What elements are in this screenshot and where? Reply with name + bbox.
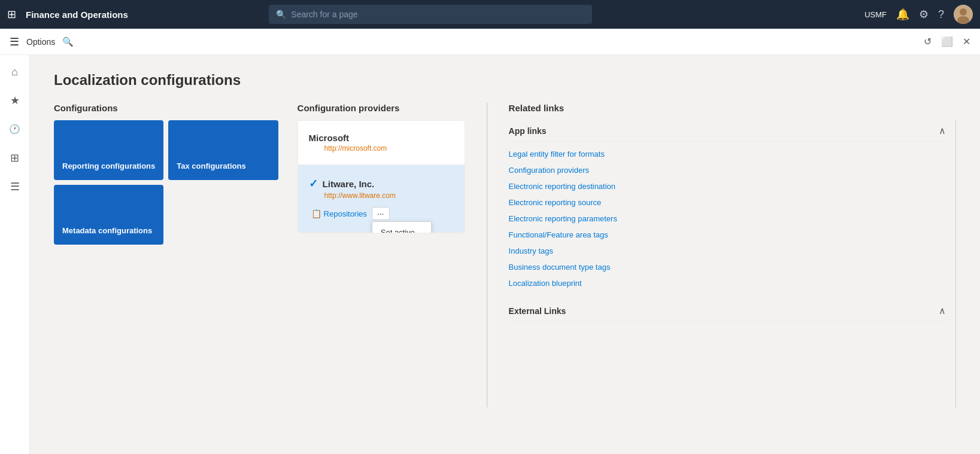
tax-configurations-tile[interactable]: Tax configurations: [168, 120, 278, 180]
app-links-label: App links: [509, 126, 547, 136]
link-biz-doc-tags[interactable]: Business document type tags: [509, 260, 946, 275]
provider-name-litware: Litware, Inc.: [323, 179, 375, 189]
search-icon: 🔍: [276, 10, 286, 19]
related-title: Related links: [509, 103, 956, 113]
hamburger-icon[interactable]: ☰: [10, 35, 19, 48]
sidebar: ⌂ ★ 🕐 ⊞ ☰: [0, 55, 30, 454]
providers-list: Microsoft http://microsoft.com ✓ Litware…: [298, 120, 465, 233]
app-links-list: Legal entity filter for formats Configur…: [509, 147, 946, 291]
link-er-destination[interactable]: Electronic reporting destination: [509, 179, 946, 194]
svg-point-1: [960, 8, 967, 16]
link-localization-blueprint[interactable]: Localization blueprint: [509, 276, 946, 291]
restore-icon[interactable]: ⬜: [941, 36, 953, 47]
help-icon[interactable]: ?: [938, 8, 944, 21]
sidebar-list[interactable]: ☰: [3, 175, 27, 199]
user-label: USMF: [864, 10, 887, 19]
avatar[interactable]: [954, 5, 973, 24]
topbar-right: USMF 🔔 ⚙ ?: [864, 5, 973, 24]
app-links-header: App links ∧: [509, 120, 946, 142]
link-config-providers[interactable]: Configuration providers: [509, 163, 946, 178]
main-layout: ⌂ ★ 🕐 ⊞ ☰ Localization configurations Co…: [0, 55, 980, 454]
ellipsis-dropdown: Set active: [372, 221, 432, 233]
app-title: Finance and Operations: [26, 10, 128, 20]
config-tiles: Reporting configurations Tax configurati…: [54, 120, 278, 245]
sidebar-workspaces[interactable]: ⊞: [3, 146, 27, 170]
configurations-title: Configurations: [54, 103, 278, 113]
ellipsis-button[interactable]: ···: [372, 207, 390, 220]
reporting-configurations-tile[interactable]: Reporting configurations: [54, 120, 163, 180]
search-bar[interactable]: 🔍: [269, 5, 592, 24]
settings-icon[interactable]: ⚙: [919, 8, 929, 21]
external-links-section: External Links ∧: [509, 300, 946, 322]
topbar: ⊞ Finance and Operations 🔍 USMF 🔔 ⚙ ?: [0, 0, 980, 29]
related-column: Related links App links ∧ Legal entity f…: [509, 103, 956, 407]
grid-icon[interactable]: ⊞: [7, 8, 16, 21]
providers-column: Configuration providers Microsoft http:/…: [298, 103, 465, 233]
provider-card-microsoft: Microsoft http://microsoft.com: [298, 121, 465, 165]
repositories-button[interactable]: 📋 Repositories: [311, 209, 367, 218]
provider-header-microsoft: Microsoft: [309, 133, 454, 143]
related-scroll: App links ∧ Legal entity filter for form…: [509, 120, 956, 407]
page-title: Localization configurations: [54, 72, 956, 89]
columns: Configurations Reporting configurations …: [54, 103, 956, 407]
external-links-label: External Links: [509, 306, 566, 316]
repo-icon: 📋: [311, 209, 321, 218]
link-functional-tags[interactable]: Functional/Feature area tags: [509, 227, 946, 242]
provider-url-microsoft: http://microsoft.com: [309, 144, 454, 153]
sidebar-recent[interactable]: 🕐: [3, 117, 27, 141]
close-icon[interactable]: ✕: [963, 36, 970, 47]
provider-actions-litware: 📋 Repositories ··· Set active: [309, 207, 454, 220]
link-er-parameters[interactable]: Electronic reporting parameters: [509, 211, 946, 226]
provider-url-litware: http://www.litware.com: [309, 191, 454, 200]
search-input[interactable]: [291, 10, 585, 19]
sidebar-home[interactable]: ⌂: [3, 60, 27, 84]
external-links-collapse-icon[interactable]: ∧: [939, 305, 946, 316]
active-check-icon: ✓: [309, 177, 318, 190]
link-legal-entity[interactable]: Legal entity filter for formats: [509, 147, 946, 162]
refresh-icon[interactable]: ↺: [924, 36, 932, 47]
secondbar-search-icon[interactable]: 🔍: [62, 36, 74, 47]
app-links-collapse-icon[interactable]: ∧: [939, 125, 946, 136]
vertical-divider: [487, 103, 487, 407]
content-area: Localization configurations Configuratio…: [30, 55, 980, 454]
notification-icon[interactable]: 🔔: [896, 8, 909, 21]
metadata-configurations-tile[interactable]: Metadata configurations: [54, 185, 163, 245]
set-active-item[interactable]: Set active: [372, 224, 431, 233]
link-er-source[interactable]: Electronic reporting source: [509, 195, 946, 210]
external-links-header: External Links ∧: [509, 300, 946, 322]
link-industry-tags[interactable]: Industry tags: [509, 243, 946, 258]
sidebar-favorites[interactable]: ★: [3, 89, 27, 112]
secondbar-right: ↺ ⬜ ✕: [924, 36, 970, 47]
providers-title: Configuration providers: [298, 103, 465, 113]
provider-card-litware: ✓ Litware, Inc. http://www.litware.com 📋…: [298, 165, 465, 233]
secondbar: ☰ Options 🔍 ↺ ⬜ ✕: [0, 29, 980, 55]
provider-header-litware: ✓ Litware, Inc.: [309, 177, 454, 190]
provider-name-microsoft: Microsoft: [309, 133, 350, 143]
options-label: Options: [26, 37, 55, 47]
configurations-column: Configurations Reporting configurations …: [54, 103, 278, 245]
